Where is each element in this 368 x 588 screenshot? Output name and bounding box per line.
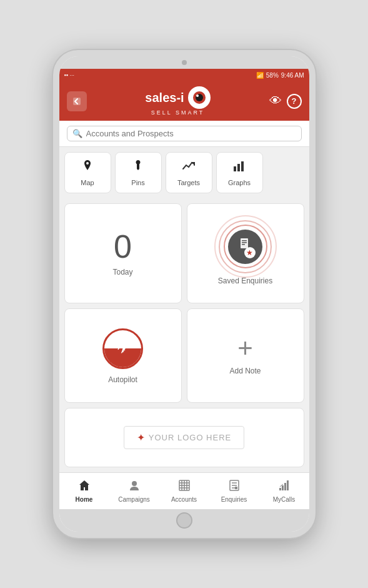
add-icon: + xyxy=(237,335,253,362)
enquiries-icon xyxy=(228,479,241,495)
add-note-card[interactable]: + Add Note xyxy=(187,308,304,402)
svg-rect-7 xyxy=(237,164,240,171)
svg-rect-28 xyxy=(284,483,286,490)
pins-label: Pins xyxy=(131,179,144,186)
screen: ▪▪ ··· 📶 58% 9:46 AM sales-i xyxy=(59,69,309,509)
search-wrapper[interactable]: 🔍 xyxy=(67,126,302,141)
menu-item-graphs[interactable]: Graphs xyxy=(216,152,263,193)
graphs-label: Graphs xyxy=(228,179,251,186)
today-count: 0 xyxy=(114,230,132,263)
time-display: 9:46 AM xyxy=(281,72,304,79)
status-bar: ▪▪ ··· 📶 58% 9:46 AM xyxy=(59,69,309,81)
svg-rect-12 xyxy=(242,244,245,245)
targets-label: Targets xyxy=(177,179,200,186)
map-icon xyxy=(81,159,94,176)
svg-rect-26 xyxy=(279,488,281,490)
visibility-button[interactable]: 👁 xyxy=(269,94,282,108)
enquiry-icon: ★ xyxy=(228,230,262,264)
accounts-icon xyxy=(178,479,191,495)
status-bar-right: 📶 58% 9:46 AM xyxy=(256,72,304,79)
home-nav-label: Home xyxy=(76,496,93,503)
autopilot-logo: ✈ xyxy=(101,327,145,370)
svg-rect-29 xyxy=(287,480,289,490)
grid-menu: Map Pins Targets xyxy=(59,147,309,198)
status-bar-left: ▪▪ ··· xyxy=(64,72,256,78)
menu-item-targets[interactable]: Targets xyxy=(166,152,212,193)
svg-rect-8 xyxy=(241,161,244,171)
mycalls-nav-label: MyCalls xyxy=(273,496,296,503)
saved-enquiries-card[interactable]: ★ Saved Enquiries xyxy=(187,203,304,303)
targets-icon xyxy=(182,159,196,176)
autopilot-card[interactable]: ✈ Autopilot xyxy=(64,308,182,402)
svg-rect-27 xyxy=(282,485,284,490)
pins-icon xyxy=(131,159,145,176)
map-label: Map xyxy=(81,179,94,186)
menu-item-pins[interactable]: Pins xyxy=(115,152,162,193)
menu-item-map[interactable]: Map xyxy=(64,152,111,193)
search-input[interactable] xyxy=(86,129,296,138)
app-header: sales-i SELL SMART 👁 ? xyxy=(59,81,309,121)
app-icons: ▪▪ ··· xyxy=(64,72,74,78)
enquiries-nav-label: Enquiries xyxy=(221,496,247,503)
star-badge: ★ xyxy=(244,247,256,258)
svg-rect-25 xyxy=(235,487,237,489)
battery-level: 58% xyxy=(266,72,279,79)
today-card[interactable]: 0 Today xyxy=(64,203,182,303)
ripple-container: ★ xyxy=(221,221,271,271)
logo-placeholder-text: YOUR LOGO HERE xyxy=(149,433,231,442)
mycalls-icon xyxy=(278,479,291,495)
help-button[interactable]: ? xyxy=(287,94,302,109)
device-top-bar xyxy=(59,56,309,69)
nav-accounts[interactable]: Accounts xyxy=(159,477,209,505)
campaigns-icon xyxy=(128,479,141,495)
document-icon: ★ xyxy=(238,237,253,256)
main-grid: 0 Today xyxy=(59,198,309,472)
svg-point-5 xyxy=(86,162,89,165)
search-icon: 🔍 xyxy=(72,129,82,138)
logo-placeholder-card: ✦ YOUR LOGO HERE xyxy=(64,408,304,467)
nav-enquiries[interactable]: Enquiries xyxy=(209,477,259,505)
device-bottom xyxy=(59,509,309,532)
device-frame: ▪▪ ··· 📶 58% 9:46 AM sales-i xyxy=(53,50,316,538)
nav-campaigns[interactable]: Campaigns xyxy=(109,477,159,505)
svg-point-13 xyxy=(132,481,137,486)
home-button[interactable] xyxy=(176,512,192,529)
autopilot-label: Autopilot xyxy=(108,375,137,384)
campaigns-nav-label: Campaigns xyxy=(118,496,150,503)
search-bar: 🔍 xyxy=(59,121,309,147)
nav-home[interactable]: Home xyxy=(59,477,109,505)
side-chevron[interactable]: ❮ xyxy=(307,284,316,305)
bottom-nav: Home Campaigns xyxy=(59,472,309,509)
add-note-label: Add Note xyxy=(229,367,261,375)
logo-text: sales-i xyxy=(145,91,184,105)
graphs-icon xyxy=(232,159,246,176)
logo-placeholder: ✦ YOUR LOGO HERE xyxy=(124,426,244,449)
home-icon xyxy=(78,479,91,495)
svg-rect-10 xyxy=(242,240,247,241)
svg-point-4 xyxy=(196,94,199,97)
plane-icon: ✈ xyxy=(117,340,129,357)
today-label: Today xyxy=(112,268,132,276)
app-logo: sales-i SELL SMART xyxy=(87,86,269,116)
saved-enquiries-label: Saved Enquiries xyxy=(218,276,272,285)
logo-eye xyxy=(188,86,211,109)
back-button[interactable] xyxy=(67,91,87,111)
svg-rect-6 xyxy=(234,166,236,171)
accounts-nav-label: Accounts xyxy=(171,496,197,503)
nav-mycalls[interactable]: MyCalls xyxy=(259,477,309,505)
camera xyxy=(182,60,187,65)
sell-smart-text: SELL SMART xyxy=(151,109,205,116)
svg-rect-9 xyxy=(241,238,248,248)
svg-rect-11 xyxy=(242,242,247,243)
header-icons: 👁 ? xyxy=(269,94,302,109)
logo-star-icon: ✦ xyxy=(137,432,145,444)
wifi-icon: 📶 xyxy=(256,72,264,79)
